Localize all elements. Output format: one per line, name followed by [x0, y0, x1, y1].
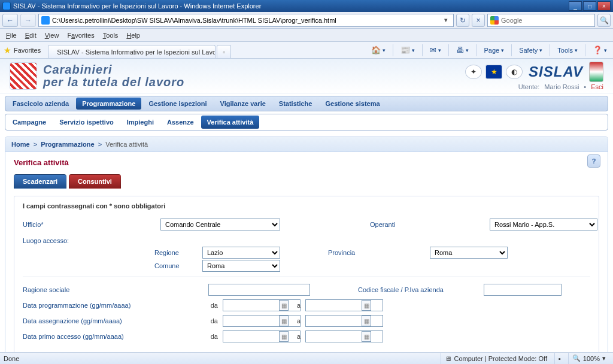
menu-favorites[interactable]: FavoritesFavorites: [63, 31, 98, 40]
maximize-button[interactable]: □: [583, 1, 596, 11]
stop-button[interactable]: ×: [472, 14, 485, 27]
da-label-1: da: [205, 302, 220, 309]
nav1-programmazione[interactable]: Programmazione: [76, 98, 141, 110]
calendar-icon[interactable]: ▦: [279, 331, 289, 342]
calendar-icon[interactable]: ▦: [279, 300, 289, 311]
data-asse-da-input[interactable]: [223, 315, 301, 327]
carabinieri-crest-icon: [589, 62, 603, 82]
crumb-programmazione[interactable]: Programmazione: [41, 141, 94, 148]
nav1-gestione-sistema[interactable]: Gestione sistema: [319, 98, 386, 110]
comune-select[interactable]: Roma: [202, 260, 280, 272]
zoom-value: 100%: [583, 355, 600, 362]
search-go-button[interactable]: 🔍: [597, 14, 611, 27]
data-prog-label: Data programmazione (gg/mm/aaaa): [23, 302, 202, 309]
cmd-mail[interactable]: ✉▾: [426, 44, 445, 56]
new-tab-button[interactable]: ▫: [217, 45, 231, 58]
calendar-icon[interactable]: ▦: [362, 316, 371, 326]
help-button[interactable]: ?: [587, 154, 600, 168]
nav1-vigilanze[interactable]: Vigilanze varie: [214, 98, 272, 110]
status-text: Done: [4, 355, 19, 362]
ie-icon: [2, 2, 11, 10]
cmd-print[interactable]: 🖶▾: [453, 44, 472, 56]
data-prog-a-input[interactable]: [305, 299, 383, 311]
regione-label: Regione: [154, 249, 202, 256]
nav2-impieghi[interactable]: Impieghi: [121, 116, 160, 129]
operanti-select[interactable]: Rossi Mario - App.S.: [490, 219, 597, 230]
close-button[interactable]: ×: [597, 1, 611, 11]
data-primo-da-input[interactable]: [223, 330, 301, 342]
separator: [550, 44, 550, 56]
favorites-star-icon[interactable]: ★: [4, 46, 11, 55]
nav2-campagne[interactable]: Campagne: [7, 116, 52, 129]
calendar-icon[interactable]: ▦: [279, 316, 289, 326]
favorites-command-bar: ★ Favorites SISLAV - Sistema Informativo…: [0, 42, 613, 59]
zoom-control[interactable]: 🔍 100% ▾: [568, 353, 609, 364]
feeds-icon: 📰: [400, 46, 410, 54]
app-brand: SISLAV: [529, 63, 583, 80]
provincia-select[interactable]: Roma: [430, 247, 508, 259]
regione-select[interactable]: Lazio: [202, 247, 280, 259]
calendar-icon[interactable]: ▦: [362, 300, 371, 311]
cmd-home[interactable]: 🏠▾: [368, 44, 389, 56]
nav1-gestione-ispezioni[interactable]: Gestione ispezioni: [142, 98, 213, 110]
cmd-feeds[interactable]: 📰▾: [397, 44, 418, 56]
address-dropdown-icon[interactable]: ▾: [441, 16, 451, 24]
browser-search[interactable]: [487, 14, 595, 27]
nav1-fascicolo[interactable]: Fascicolo azienda: [7, 98, 75, 110]
separator: [476, 44, 477, 56]
search-input[interactable]: [501, 15, 592, 26]
tab-scadenzari[interactable]: Scadenzari: [14, 174, 66, 189]
cf-input[interactable]: [484, 284, 562, 296]
logout-link[interactable]: Esci: [591, 83, 603, 90]
browser-nav-row: ← → ▾ ↻ × 🔍: [0, 12, 613, 29]
nav2-servizio[interactable]: Servizio ispettivo: [53, 116, 119, 129]
ufficio-label: Ufficio*: [23, 221, 154, 228]
menu-file[interactable]: FFileile: [2, 31, 20, 40]
cmd-safety[interactable]: Safety▾: [515, 46, 546, 55]
calendar-icon[interactable]: ▦: [362, 331, 371, 342]
minimize-button[interactable]: _: [569, 1, 582, 11]
cmd-help[interactable]: ❓▾: [589, 44, 611, 56]
panel-title: Verifica attività: [14, 158, 599, 167]
cmd-tools[interactable]: Tools▾: [554, 46, 581, 55]
forward-button[interactable]: →: [20, 14, 36, 27]
comune-label: Comune: [154, 262, 202, 269]
data-asse-a-input[interactable]: [305, 315, 383, 327]
zoom-caret-icon[interactable]: ▾: [602, 354, 606, 362]
tab-consuntivi[interactable]: Consuntivi: [69, 174, 121, 189]
address-bar[interactable]: ▾: [38, 14, 454, 27]
back-button[interactable]: ←: [2, 14, 18, 27]
a-label-1: a: [292, 302, 303, 309]
tab-title: SISLAV - Sistema Informativo per le Ispe…: [57, 48, 216, 56]
browser-tab-active[interactable]: SISLAV - Sistema Informativo per le Ispe…: [48, 45, 216, 58]
crumb-home[interactable]: Home: [11, 141, 30, 148]
globe-icon: ◐: [506, 65, 523, 79]
zoom-icon: 🔍: [572, 354, 581, 362]
da-label-3: da: [205, 333, 220, 340]
favorites-label[interactable]: Favorites: [14, 47, 41, 54]
menu-view[interactable]: ViewView: [41, 31, 63, 40]
ufficio-select[interactable]: Comando Centrale: [160, 219, 280, 230]
menu-edit[interactable]: EditEdit: [22, 31, 40, 40]
user-name: Mario Rossi: [544, 83, 579, 90]
address-input[interactable]: [52, 15, 439, 26]
refresh-button[interactable]: ↻: [456, 14, 469, 27]
menu-help[interactable]: HelpHelp: [123, 31, 144, 40]
data-prog-da-input[interactable]: [223, 299, 301, 311]
separator: [422, 44, 423, 56]
cmd-page-label: Page: [484, 47, 499, 54]
nav1-statistiche[interactable]: Statistiche: [273, 98, 318, 110]
ragione-input[interactable]: [208, 284, 310, 296]
cmd-safety-label: Safety: [519, 47, 538, 54]
separator: [393, 44, 393, 56]
data-primo-a-input[interactable]: [305, 330, 383, 342]
divider: [23, 277, 590, 277]
menu-tools[interactable]: ToolsTools: [99, 31, 122, 40]
operanti-label: Operanti: [370, 221, 484, 228]
secondary-nav: Campagne Servizio ispettivo Impieghi Ass…: [5, 114, 608, 131]
print-icon: 🖶: [456, 46, 464, 54]
window-title: SISLAV - Sistema Informativo per le Ispe…: [13, 2, 261, 10]
nav2-verifica[interactable]: Verifica attività: [201, 116, 260, 129]
cmd-page[interactable]: Page▾: [480, 46, 508, 55]
nav2-assenze[interactable]: Assenze: [161, 116, 200, 129]
